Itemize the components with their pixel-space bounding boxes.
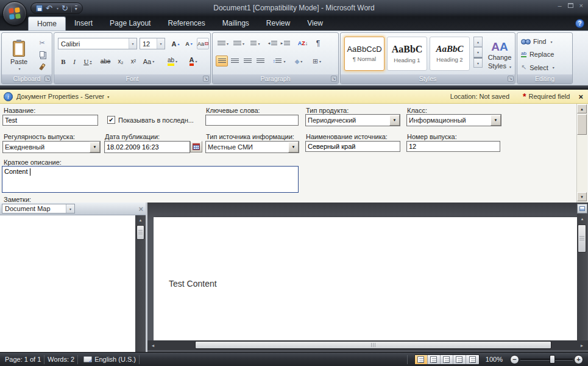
change-case-dropdown-icon[interactable]: ▾ <box>152 59 154 63</box>
show-recent-checkbox[interactable]: ✔ <box>107 116 115 124</box>
doc-scrollbar-thumb[interactable] <box>578 224 586 253</box>
borders-dropdown-icon[interactable]: ▾ <box>319 59 321 63</box>
font-size-dropdown-icon[interactable]: ▾ <box>157 38 165 49</box>
dip-scrollbar-thumb[interactable] <box>577 114 587 135</box>
tab-review[interactable]: Review <box>258 16 299 30</box>
document-map-pane[interactable] <box>0 215 135 352</box>
class-dropdown-icon[interactable]: ▼ <box>491 115 501 126</box>
font-dialog-launcher[interactable]: ↘ <box>203 76 209 82</box>
hscroll-right-icon[interactable]: ► <box>578 340 586 350</box>
fullscreen-reading-view-button[interactable] <box>428 355 441 364</box>
spellcheck-icon[interactable] <box>83 356 92 362</box>
paste-button[interactable]: Paste ▾ <box>5 37 32 74</box>
sort-button[interactable]: AZ↓ <box>296 38 310 49</box>
description-field[interactable]: Content <box>2 166 299 193</box>
language-indicator[interactable]: English (U.S.) <box>94 356 136 363</box>
grow-font-button[interactable]: A▴ <box>169 38 182 49</box>
numbering-dropdown-icon[interactable]: ▾ <box>243 41 244 46</box>
document-map-scrollbar[interactable]: ▴ <box>135 215 146 352</box>
tab-references[interactable]: References <box>159 16 213 30</box>
tab-mailings[interactable]: Mailings <box>214 16 258 30</box>
minimize-button[interactable]: – <box>558 2 561 9</box>
copy-button[interactable] <box>36 49 48 59</box>
increase-indent-button[interactable]: ► <box>279 38 291 49</box>
map-scrollbar-thumb[interactable] <box>136 225 144 240</box>
document-vertical-scrollbar[interactable]: ▴ <box>577 214 587 340</box>
source-type-dropdown-icon[interactable]: ▼ <box>288 142 299 152</box>
tab-home[interactable]: Home <box>28 16 66 30</box>
zoom-in-button[interactable]: + <box>574 355 583 364</box>
subscript-button[interactable]: x₂ <box>115 56 127 67</box>
issue-number-field[interactable] <box>406 141 500 152</box>
styles-dialog-launcher[interactable]: ↘ <box>508 76 514 82</box>
web-layout-view-button[interactable] <box>441 355 453 364</box>
multilevel-list-button[interactable]: ▾ <box>247 38 263 49</box>
align-center-button[interactable] <box>228 56 241 66</box>
justify-button[interactable] <box>254 56 266 66</box>
dip-close-icon[interactable]: × <box>578 92 583 101</box>
italic-button[interactable]: I <box>69 56 79 67</box>
ruler-toggle-button[interactable] <box>577 204 587 214</box>
styles-scroll-down-button[interactable]: ▾ <box>473 47 483 57</box>
style-normal[interactable]: AaBbCcD ¶ Normal <box>344 37 384 71</box>
draft-view-button[interactable] <box>466 355 479 364</box>
hscroll-thumb[interactable] <box>195 341 551 349</box>
doc-scroll-up-icon[interactable]: ▴ <box>577 217 587 221</box>
show-hide-pilcrow-button[interactable]: ¶ <box>312 38 324 49</box>
line-spacing-button[interactable]: ↕▾ <box>271 56 287 66</box>
dip-title[interactable]: Документ Properties - Server <box>16 93 104 100</box>
dip-scroll-up-button[interactable]: ▲ <box>577 104 587 113</box>
select-button[interactable]: ↖ Select ▾ <box>521 63 554 71</box>
document-text[interactable]: Test Content <box>169 279 217 289</box>
date-picker-button[interactable] <box>190 141 202 152</box>
clear-formatting-button[interactable]: Aa <box>197 38 209 49</box>
shading-button[interactable]: ◆▾ <box>291 56 306 66</box>
document-map-close-icon[interactable]: × <box>138 204 143 214</box>
bullets-dropdown-icon[interactable]: ▾ <box>227 41 228 46</box>
hscroll-left-icon[interactable]: ◄ <box>149 340 157 350</box>
shading-dropdown-icon[interactable]: ▾ <box>300 59 302 63</box>
zoom-slider-thumb[interactable] <box>550 355 555 364</box>
borders-button[interactable]: ⊞▾ <box>309 56 325 66</box>
find-button[interactable]: Find ▾ <box>521 38 552 45</box>
format-painter-button[interactable] <box>36 62 48 71</box>
outline-view-button[interactable] <box>453 355 466 364</box>
numbering-button[interactable]: ▾ <box>232 38 246 49</box>
dip-scroll-down-button[interactable]: ▼ <box>577 192 587 201</box>
product-type-dropdown-icon[interactable]: ▼ <box>389 115 400 126</box>
regularity-dropdown[interactable]: Ежедневный ▼ <box>2 141 101 153</box>
font-name-combo[interactable]: Calibri ▾ <box>58 38 137 49</box>
print-layout-view-button[interactable] <box>415 355 428 364</box>
tab-view[interactable]: View <box>299 16 331 30</box>
document-horizontal-scrollbar[interactable]: ◄ ► <box>147 340 588 350</box>
change-case-button[interactable]: Aa▾ <box>140 56 157 67</box>
zoom-slider-track[interactable] <box>520 359 573 361</box>
styles-more-button[interactable]: ▾ <box>473 57 483 68</box>
pub-date-field[interactable] <box>104 141 190 153</box>
underline-dropdown-icon[interactable]: ▾ <box>90 59 91 63</box>
map-scroll-up-icon[interactable]: ▴ <box>135 218 146 223</box>
style-heading1[interactable]: AaBbC Heading 1 <box>387 37 427 71</box>
restore-button[interactable] <box>568 3 573 8</box>
page-indicator[interactable]: Page: 1 of 1 <box>5 356 41 363</box>
highlight-dropdown-icon[interactable]: ▾ <box>175 59 177 63</box>
product-type-dropdown[interactable]: Периодический ▼ <box>305 114 400 126</box>
regularity-dropdown-icon[interactable]: ▼ <box>90 142 100 152</box>
document-page[interactable] <box>154 217 578 340</box>
keywords-field[interactable] <box>205 115 299 126</box>
word-count[interactable]: Words: 2 <box>48 356 74 363</box>
underline-button[interactable]: U▾ <box>80 56 96 67</box>
change-styles-button[interactable]: AA Change Styles ▾ <box>486 37 514 73</box>
decrease-indent-button[interactable]: ◄ <box>266 38 278 49</box>
strikethrough-button[interactable]: abe <box>97 56 113 67</box>
cut-button[interactable]: ✂ <box>36 38 48 48</box>
font-name-dropdown-icon[interactable]: ▾ <box>129 38 136 49</box>
highlight-button[interactable]: ab▾ <box>163 56 182 67</box>
align-right-button[interactable] <box>241 56 253 66</box>
zoom-out-button[interactable]: − <box>510 355 519 364</box>
office-button[interactable] <box>2 1 27 26</box>
dip-title-dropdown-icon[interactable]: ▾ <box>107 95 109 99</box>
zoom-level[interactable]: 100% <box>486 356 503 363</box>
bold-button[interactable]: B <box>58 56 69 67</box>
title-field[interactable] <box>2 115 98 126</box>
